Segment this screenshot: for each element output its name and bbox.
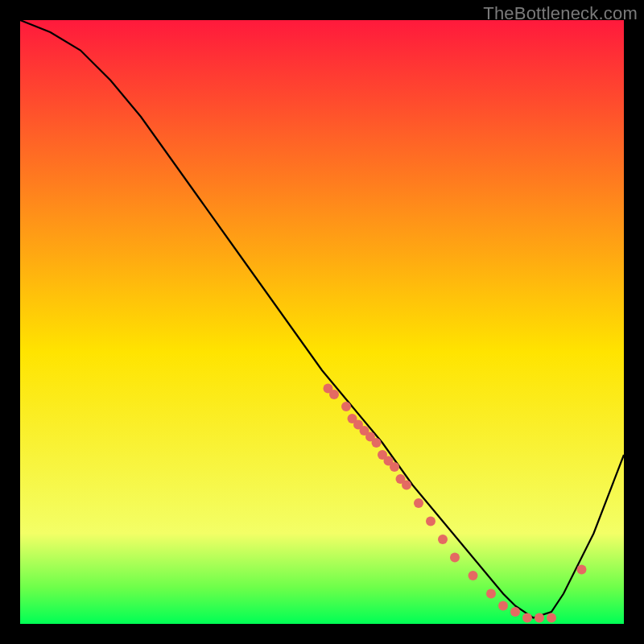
config-dot [329,390,339,399]
config-dot [390,462,399,472]
chart-svg [0,0,644,644]
config-dot [438,535,448,544]
config-dot [372,438,382,448]
config-dot [341,402,351,411]
config-dot [486,589,496,599]
config-dot [450,553,460,563]
config-dot [426,517,436,526]
config-dot [402,481,411,490]
plot-background [20,20,624,624]
config-dot [498,601,508,611]
chart-stage: TheBottleneck.com [0,0,644,644]
watermark-label: TheBottleneck.com [483,3,638,24]
config-dot [469,571,478,580]
config-dot [510,607,520,617]
config-dot [535,613,544,623]
config-dot [414,498,423,508]
config-dot [577,565,587,575]
config-dot [522,613,532,623]
config-dot [547,613,556,623]
